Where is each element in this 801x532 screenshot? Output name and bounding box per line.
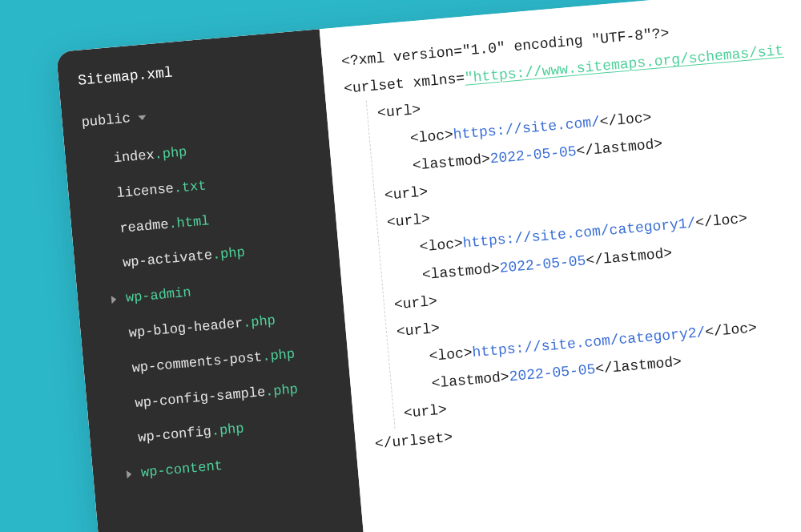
- file-base: readme: [119, 215, 169, 238]
- file-tree-sidebar: Sitemap.xml public index.php license.txt…: [56, 29, 368, 532]
- file-base: wp-config-sample: [135, 382, 267, 413]
- file-ext: php: [272, 380, 299, 401]
- file-ext: php: [219, 420, 245, 441]
- file-tree: index.php license.txt readme.html wp-act…: [91, 124, 342, 493]
- file-base: index: [113, 146, 155, 168]
- file-ext: php: [162, 143, 188, 163]
- code-editor[interactable]: <?xml version="1.0" encoding "UTF-8"?> <…: [320, 0, 801, 532]
- file-base: wp-activate: [122, 246, 213, 272]
- sidebar-title: Sitemap.xml: [77, 51, 307, 91]
- file-ext: php: [219, 244, 246, 264]
- chevron-right-icon: [111, 296, 117, 304]
- file-ext: php: [270, 345, 296, 365]
- file-base: license: [116, 179, 175, 204]
- file-ext: txt: [181, 176, 207, 197]
- chevron-down-icon: [139, 115, 147, 121]
- file-ext: html: [176, 212, 211, 233]
- chevron-right-icon: [127, 470, 132, 478]
- file-base: wp-config: [137, 422, 212, 448]
- file-base: wp-comments-post: [131, 348, 264, 378]
- folder-label: wp-content: [140, 457, 223, 483]
- indent-guide: <url> <loc>https://site.com/</loc> <last…: [366, 52, 801, 428]
- folder-label: public: [81, 109, 131, 132]
- folder-label: wp-admin: [125, 284, 191, 308]
- file-base: wp-blog-header: [128, 314, 244, 343]
- editor-window: Sitemap.xml public index.php license.txt…: [56, 0, 801, 532]
- file-ext: php: [250, 311, 276, 332]
